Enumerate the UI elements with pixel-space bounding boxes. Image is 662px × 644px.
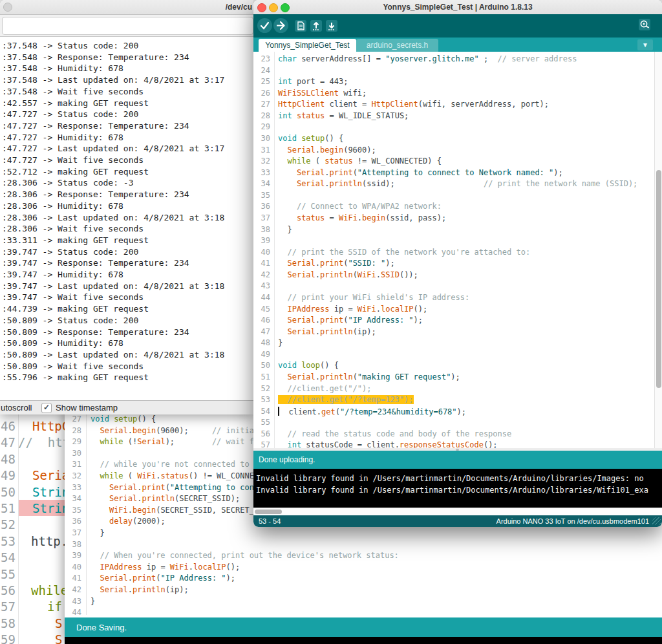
console-line: Invalid library found in /Users/martinma… [256, 474, 644, 483]
line-number: 58 [0, 616, 16, 630]
line-number: 27 [253, 100, 270, 109]
code-line: if [47, 599, 62, 614]
tab-arduino-secrets[interactable]: arduino_secrets.h [356, 39, 438, 52]
code-line: // print your WiFi shield's IP address: [278, 293, 469, 302]
line-number: 52 [0, 517, 16, 531]
line-number: 42 [65, 585, 81, 594]
line-number: 49 [0, 468, 16, 482]
log-line: :28.306 -> Wait five seconds [2, 224, 144, 233]
verify-button[interactable] [257, 18, 272, 33]
new-sketch-button[interactable] [295, 20, 306, 32]
line-number: 59 [0, 632, 16, 644]
line-number: 40 [253, 248, 270, 257]
code-line: S [55, 616, 62, 630]
code-line: while (!Serial); // wait fo [91, 437, 259, 446]
line-number: 51 [253, 372, 270, 381]
title-bar[interactable]: Yonnys_SimpleGet_Test | Arduino 1.8.13 [253, 0, 662, 15]
save-button[interactable] [326, 20, 337, 32]
code-line: void loop() { [278, 361, 339, 370]
gutter-divider [274, 52, 275, 448]
line-number: 33 [253, 168, 270, 177]
open-button[interactable] [310, 20, 322, 32]
console [65, 637, 662, 644]
serial-send-input[interactable] [2, 17, 253, 35]
tab-sketch[interactable]: Yonnys_SimpleGet_Test [259, 39, 356, 52]
code-line: Serial.println(ip); [91, 585, 189, 594]
code-line: Serial.println(SECRET_SSID); [91, 494, 240, 503]
line-number: 27 [65, 414, 81, 424]
code-editor[interactable]: 23char serverAddress[] = "yoserver.glitc… [253, 52, 662, 448]
resize-grip[interactable] [652, 517, 661, 525]
code-line: //client.get("/?temp=123"); [278, 395, 414, 404]
log-line: :50.809 -> Last updated on: 4/8/2021 at … [2, 350, 224, 360]
line-number: 30 [65, 449, 81, 458]
line-number: 31 [65, 460, 81, 469]
code-line: HttpCl [32, 419, 65, 433]
code-line: while ( status != WL_CONNECTED) { [278, 156, 442, 166]
code-line: Serial.println(ssid); // print the netwo… [278, 179, 637, 188]
code-line: // Connect to WPA/WPA2 network: [278, 202, 442, 211]
line-number: 35 [253, 191, 270, 200]
line-number: 34 [253, 179, 270, 188]
toolbar [253, 14, 662, 38]
console-output: Invalid library found in /Users/martinma… [253, 469, 662, 508]
line-number: 44 [253, 293, 270, 302]
show-timestamp-label: Show timestamp [56, 403, 118, 413]
line-number: 57 [0, 599, 16, 614]
tab-menu-dropdown[interactable]: ▼ [637, 39, 653, 50]
line-number: 50 [0, 485, 16, 499]
code-line: S [55, 632, 62, 644]
show-timestamp-checkbox[interactable]: ✓ [41, 403, 52, 413]
log-line: :39.747 -> Status code: 200 [2, 247, 138, 257]
line-number: 24 [253, 66, 270, 75]
code-line: //client.get("/"); [278, 384, 372, 393]
log-line: :39.747 -> Humidity: 678 [2, 270, 123, 279]
log-line: :50.809 -> Humidity: 678 [2, 338, 123, 348]
serial-monitor-window: /dev/cu :37.548 -> Status code: 200:37.5… [0, 0, 253, 414]
send-row [0, 15, 253, 37]
code-line: } [91, 597, 95, 606]
upload-button[interactable] [273, 18, 288, 33]
log-line: :39.747 -> Last updated on: 4/8/2021 at … [2, 281, 224, 291]
code-line: Serial.print("Attempting to connect to N… [278, 168, 563, 177]
code-line: Serial.print("IP Address: "); [91, 574, 235, 583]
code-line: // read the status code and body of the … [278, 429, 511, 438]
line-number: 36 [253, 202, 270, 211]
line-number: 46 [0, 419, 16, 433]
chevron-down-icon: ▼ [642, 41, 648, 48]
scrollbar-thumb[interactable] [255, 510, 282, 514]
window-title: Yonnys_SimpleGet_Test | Arduino 1.8.13 [253, 3, 662, 12]
editor-scrollbar[interactable] [654, 52, 662, 448]
log-line: :50.809 -> Response: Temperature: 234 [2, 327, 189, 337]
log-line: :47.727 -> Wait five seconds [2, 155, 144, 165]
line-number: 48 [0, 452, 16, 466]
log-line: :37.548 -> Wait five seconds [2, 87, 144, 96]
console-line: Invalid library found in /Users/martinma… [256, 486, 648, 495]
code-line: int statusCode = client.responseStatusCo… [278, 440, 498, 448]
scrollbar-thumb[interactable] [656, 170, 661, 388]
line-number: 53 [253, 395, 270, 404]
line-number: 38 [253, 225, 270, 234]
window-title: /dev/cu [226, 3, 252, 12]
code-line: client.get("/?temp=234&humidity=678"); [278, 407, 466, 416]
line-number: 52 [253, 384, 270, 393]
line-number: 39 [253, 236, 270, 245]
code-line: while [31, 583, 65, 597]
code-line: WiFiSSLClient wifi; [278, 89, 367, 98]
serial-monitor-button[interactable] [639, 19, 650, 30]
code-line: int status = WL_IDLE_STATUS; [278, 111, 409, 120]
code-line: while ( WiFi.status() != WL_CONNEC [91, 471, 259, 480]
line-number: 44 [65, 608, 81, 615]
title-bar[interactable]: /dev/cu [0, 0, 253, 15]
line-number: 42 [253, 270, 270, 279]
log-line: :37.548 -> Response: Temperature: 234 [2, 52, 189, 62]
line-number: 32 [65, 471, 81, 480]
serial-log[interactable]: :37.548 -> Status code: 200:37.548 -> Re… [0, 37, 253, 400]
inactive-traffic-light[interactable] [3, 3, 12, 12]
window-status-bar: 53 - 54 Arduino NANO 33 IoT on /dev/cu.u… [253, 515, 662, 527]
log-line: :42.557 -> making GET request [2, 98, 149, 108]
log-line: :28.306 -> Humidity: 678 [2, 201, 123, 211]
line-number: 26 [253, 89, 270, 98]
line-number: 48 [253, 338, 270, 347]
code-line: http. [31, 534, 65, 548]
